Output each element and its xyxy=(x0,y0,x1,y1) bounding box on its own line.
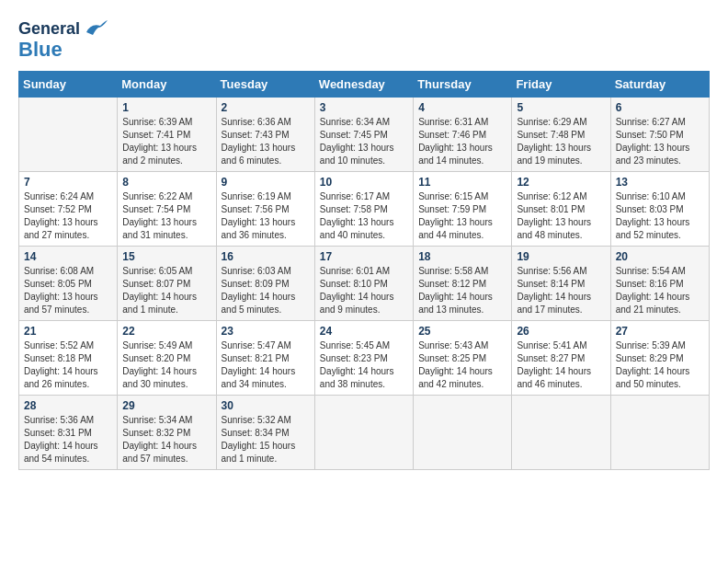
cell-info: Sunrise: 5:34 AM Sunset: 8:32 PM Dayligh… xyxy=(122,414,210,465)
cell-info: Sunrise: 6:36 AM Sunset: 7:43 PM Dayligh… xyxy=(222,116,310,167)
cell-info: Sunrise: 6:24 AM Sunset: 7:52 PM Dayligh… xyxy=(24,190,112,242)
day-number: 24 xyxy=(320,325,408,338)
cell-info: Sunrise: 6:12 AM Sunset: 8:01 PM Dayligh… xyxy=(517,190,605,242)
calendar-cell: 27Sunrise: 5:39 AM Sunset: 8:29 PM Dayli… xyxy=(610,321,709,396)
cell-info: Sunrise: 5:49 AM Sunset: 8:20 PM Dayligh… xyxy=(122,339,210,391)
day-number: 18 xyxy=(418,250,506,263)
day-number: 23 xyxy=(222,325,310,338)
calendar-cell: 21Sunrise: 5:52 AM Sunset: 8:18 PM Dayli… xyxy=(19,321,118,396)
calendar-cell: 8Sunrise: 6:22 AM Sunset: 7:54 PM Daylig… xyxy=(118,172,216,247)
cell-info: Sunrise: 6:01 AM Sunset: 8:10 PM Dayligh… xyxy=(320,265,408,316)
calendar-cell: 20Sunrise: 5:54 AM Sunset: 8:16 PM Dayli… xyxy=(610,247,709,321)
day-header-sunday: Sunday xyxy=(19,72,118,98)
logo: General Blue xyxy=(18,18,109,62)
calendar-week-row: 7Sunrise: 6:24 AM Sunset: 7:52 PM Daylig… xyxy=(19,172,710,247)
day-number: 21 xyxy=(24,325,112,338)
cell-info: Sunrise: 5:32 AM Sunset: 8:34 PM Dayligh… xyxy=(222,414,310,465)
calendar-cell: 16Sunrise: 6:03 AM Sunset: 8:09 PM Dayli… xyxy=(216,247,314,321)
calendar-cell: 7Sunrise: 6:24 AM Sunset: 7:52 PM Daylig… xyxy=(19,172,118,247)
calendar-cell: 15Sunrise: 6:05 AM Sunset: 8:07 PM Dayli… xyxy=(118,247,216,321)
day-number: 10 xyxy=(320,176,408,189)
day-header-tuesday: Tuesday xyxy=(216,72,314,98)
day-number: 16 xyxy=(222,250,310,263)
day-number: 6 xyxy=(616,101,704,114)
day-number: 8 xyxy=(122,176,210,189)
calendar-cell: 17Sunrise: 6:01 AM Sunset: 8:10 PM Dayli… xyxy=(314,247,413,321)
day-number: 1 xyxy=(122,101,210,114)
day-number: 30 xyxy=(222,399,310,412)
calendar-week-row: 14Sunrise: 6:08 AM Sunset: 8:05 PM Dayli… xyxy=(19,247,710,321)
cell-info: Sunrise: 5:47 AM Sunset: 8:21 PM Dayligh… xyxy=(222,339,310,391)
day-number: 15 xyxy=(122,250,210,263)
cell-info: Sunrise: 5:54 AM Sunset: 8:16 PM Dayligh… xyxy=(616,265,704,316)
cell-info: Sunrise: 6:08 AM Sunset: 8:05 PM Dayligh… xyxy=(24,265,112,316)
calendar-cell: 12Sunrise: 6:12 AM Sunset: 8:01 PM Dayli… xyxy=(512,172,610,247)
cell-info: Sunrise: 5:41 AM Sunset: 8:27 PM Dayligh… xyxy=(517,339,605,391)
cell-info: Sunrise: 6:05 AM Sunset: 8:07 PM Dayligh… xyxy=(122,265,210,316)
day-header-thursday: Thursday xyxy=(414,72,512,98)
calendar-cell: 3Sunrise: 6:34 AM Sunset: 7:45 PM Daylig… xyxy=(314,98,413,172)
day-number: 13 xyxy=(616,176,704,189)
cell-info: Sunrise: 6:10 AM Sunset: 8:03 PM Dayligh… xyxy=(616,190,704,242)
day-header-wednesday: Wednesday xyxy=(314,72,413,98)
cell-info: Sunrise: 6:39 AM Sunset: 7:41 PM Dayligh… xyxy=(122,116,210,167)
cell-info: Sunrise: 5:52 AM Sunset: 8:18 PM Dayligh… xyxy=(24,339,112,391)
cell-info: Sunrise: 6:03 AM Sunset: 8:09 PM Dayligh… xyxy=(222,265,310,316)
cell-info: Sunrise: 6:17 AM Sunset: 7:58 PM Dayligh… xyxy=(320,190,408,242)
cell-info: Sunrise: 5:43 AM Sunset: 8:25 PM Dayligh… xyxy=(418,339,506,391)
cell-info: Sunrise: 6:27 AM Sunset: 7:50 PM Dayligh… xyxy=(616,116,704,167)
page-header: General Blue xyxy=(18,18,710,62)
day-number: 7 xyxy=(24,176,112,189)
calendar-week-row: 28Sunrise: 5:36 AM Sunset: 8:31 PM Dayli… xyxy=(19,396,710,470)
calendar-cell: 5Sunrise: 6:29 AM Sunset: 7:48 PM Daylig… xyxy=(512,98,610,172)
day-number: 26 xyxy=(517,325,605,338)
calendar-cell: 13Sunrise: 6:10 AM Sunset: 8:03 PM Dayli… xyxy=(610,172,709,247)
day-number: 19 xyxy=(517,250,605,263)
calendar-cell: 2Sunrise: 6:36 AM Sunset: 7:43 PM Daylig… xyxy=(216,98,314,172)
day-number: 22 xyxy=(122,325,210,338)
calendar-cell xyxy=(19,98,118,172)
day-number: 2 xyxy=(222,101,310,114)
calendar-cell: 30Sunrise: 5:32 AM Sunset: 8:34 PM Dayli… xyxy=(216,396,314,470)
day-number: 28 xyxy=(24,399,112,412)
cell-info: Sunrise: 6:15 AM Sunset: 7:59 PM Dayligh… xyxy=(418,190,506,242)
calendar-cell: 23Sunrise: 5:47 AM Sunset: 8:21 PM Dayli… xyxy=(216,321,314,396)
day-number: 12 xyxy=(517,176,605,189)
day-number: 29 xyxy=(122,399,210,412)
calendar-cell: 25Sunrise: 5:43 AM Sunset: 8:25 PM Dayli… xyxy=(414,321,512,396)
day-number: 25 xyxy=(418,325,506,338)
calendar-cell: 4Sunrise: 6:31 AM Sunset: 7:46 PM Daylig… xyxy=(414,98,512,172)
cell-info: Sunrise: 6:31 AM Sunset: 7:46 PM Dayligh… xyxy=(418,116,506,167)
calendar-cell xyxy=(414,396,512,470)
cell-info: Sunrise: 6:22 AM Sunset: 7:54 PM Dayligh… xyxy=(122,190,210,242)
logo-text: General Blue xyxy=(18,18,109,62)
day-number: 4 xyxy=(418,101,506,114)
calendar-week-row: 21Sunrise: 5:52 AM Sunset: 8:18 PM Dayli… xyxy=(19,321,710,396)
cell-info: Sunrise: 6:29 AM Sunset: 7:48 PM Dayligh… xyxy=(517,116,605,167)
cell-info: Sunrise: 5:36 AM Sunset: 8:31 PM Dayligh… xyxy=(24,414,112,465)
calendar-cell: 24Sunrise: 5:45 AM Sunset: 8:23 PM Dayli… xyxy=(314,321,413,396)
calendar-cell xyxy=(512,396,610,470)
cell-info: Sunrise: 5:45 AM Sunset: 8:23 PM Dayligh… xyxy=(320,339,408,391)
day-header-friday: Friday xyxy=(512,72,610,98)
calendar-header-row: SundayMondayTuesdayWednesdayThursdayFrid… xyxy=(19,72,710,98)
day-number: 27 xyxy=(616,325,704,338)
calendar-cell: 1Sunrise: 6:39 AM Sunset: 7:41 PM Daylig… xyxy=(118,98,216,172)
day-number: 14 xyxy=(24,250,112,263)
day-number: 3 xyxy=(320,101,408,114)
cell-info: Sunrise: 6:34 AM Sunset: 7:45 PM Dayligh… xyxy=(320,116,408,167)
cell-info: Sunrise: 5:39 AM Sunset: 8:29 PM Dayligh… xyxy=(616,339,704,391)
calendar-week-row: 1Sunrise: 6:39 AM Sunset: 7:41 PM Daylig… xyxy=(19,98,710,172)
calendar-cell: 10Sunrise: 6:17 AM Sunset: 7:58 PM Dayli… xyxy=(314,172,413,247)
day-header-monday: Monday xyxy=(118,72,216,98)
calendar-table: SundayMondayTuesdayWednesdayThursdayFrid… xyxy=(18,71,710,470)
calendar-cell xyxy=(610,396,709,470)
day-number: 5 xyxy=(517,101,605,114)
calendar-cell: 22Sunrise: 5:49 AM Sunset: 8:20 PM Dayli… xyxy=(118,321,216,396)
calendar-cell: 29Sunrise: 5:34 AM Sunset: 8:32 PM Dayli… xyxy=(118,396,216,470)
day-number: 17 xyxy=(320,250,408,263)
calendar-cell: 14Sunrise: 6:08 AM Sunset: 8:05 PM Dayli… xyxy=(19,247,118,321)
calendar-cell: 18Sunrise: 5:58 AM Sunset: 8:12 PM Dayli… xyxy=(414,247,512,321)
calendar-cell: 19Sunrise: 5:56 AM Sunset: 8:14 PM Dayli… xyxy=(512,247,610,321)
day-number: 11 xyxy=(418,176,506,189)
